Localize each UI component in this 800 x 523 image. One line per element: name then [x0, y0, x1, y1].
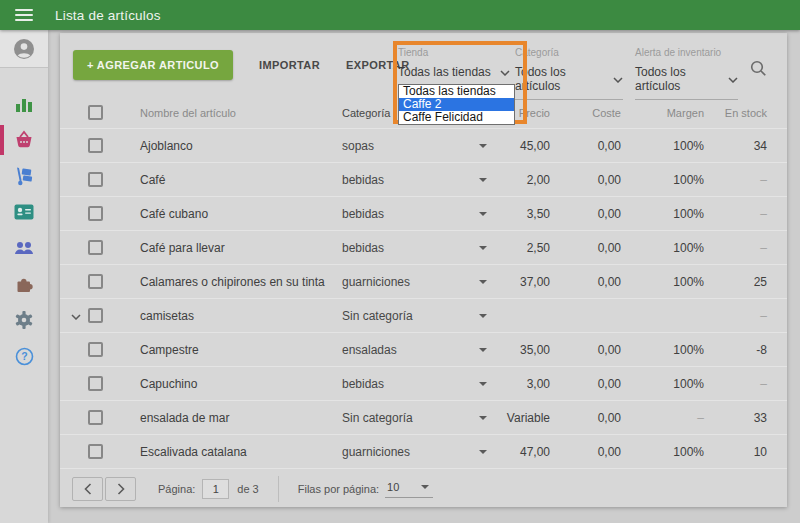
people-icon [14, 240, 34, 256]
row-checkbox[interactable] [88, 376, 103, 391]
category-filter[interactable]: Categoría Todos los artículos [515, 48, 623, 100]
inventory-alert-filter-value: Todos los artículos [635, 65, 728, 93]
rows-per-page-select[interactable]: 10 [385, 481, 433, 498]
table-row: Escalivada catalana guarniciones 47,00 0… [60, 435, 787, 469]
article-price: 2,50 [500, 241, 550, 255]
article-margin: 100% [621, 207, 704, 221]
menu-icon[interactable] [15, 9, 33, 21]
help-icon: ? [15, 347, 34, 366]
sidebar-item-employees[interactable] [0, 194, 48, 230]
sidebar-item-reports[interactable] [0, 86, 48, 122]
category-caret-icon[interactable] [479, 416, 487, 420]
row-checkbox[interactable] [88, 172, 103, 187]
category-caret-icon[interactable] [479, 212, 487, 216]
sidebar-item-help[interactable]: ? [0, 338, 48, 374]
article-name[interactable]: Café para llevar [124, 241, 342, 255]
page-label: Página: [158, 483, 195, 495]
store-filter[interactable]: Tienda Todas las tiendas [398, 48, 510, 86]
article-name[interactable]: Campestre [124, 343, 342, 357]
article-name[interactable]: ensalada de mar [124, 411, 342, 425]
rows-per-page-value: 10 [387, 481, 399, 493]
row-checkbox[interactable] [88, 240, 103, 255]
article-margin: 100% [621, 343, 704, 357]
article-cost: 0,00 [550, 275, 621, 289]
store-filter-label: Tienda [398, 48, 510, 58]
divider [278, 476, 279, 502]
basket-icon [14, 130, 34, 150]
article-category: ensaladas [342, 343, 470, 357]
article-stock: – [704, 377, 767, 391]
rows-per-page-label: Filas por página: [298, 483, 379, 495]
sidebar-account[interactable] [0, 30, 48, 68]
category-caret-icon[interactable] [479, 314, 487, 318]
article-name[interactable]: Calamares o chipirones en su tinta [124, 275, 342, 289]
category-caret-icon[interactable] [479, 348, 487, 352]
articles-table: Nombre del artículo Categoría Precio Cos… [60, 97, 787, 469]
category-caret-icon[interactable] [479, 246, 487, 250]
article-margin: 100% [621, 241, 704, 255]
select-all-checkbox[interactable] [88, 105, 103, 120]
row-checkbox[interactable] [88, 206, 103, 221]
article-category: Sin categoría [342, 411, 470, 425]
article-margin: 100% [621, 377, 704, 391]
article-cost: 0,00 [550, 411, 621, 425]
chevron-down-icon [613, 72, 623, 86]
category-caret-icon[interactable] [479, 178, 487, 182]
article-price: Variable [500, 411, 550, 425]
table-row: Ajoblanco sopas 45,00 0,00 100% 34 [60, 129, 787, 163]
inventory-alert-filter[interactable]: Alerta de inventario Todos los artículos [635, 48, 738, 100]
article-name[interactable]: Escalivada catalana [124, 445, 342, 459]
article-category: bebidas [342, 207, 470, 221]
toolbar: + AGREGAR ARTICULO IMPORTAR EXPORTAR Tie… [60, 33, 787, 97]
row-checkbox[interactable] [88, 444, 103, 459]
sidebar-item-customers[interactable] [0, 230, 48, 266]
inventory-alert-filter-label: Alerta de inventario [635, 48, 738, 58]
sidebar-item-settings[interactable] [0, 302, 48, 338]
sidebar-item-inventory[interactable] [0, 158, 48, 194]
search-icon[interactable] [750, 60, 767, 81]
row-checkbox[interactable] [88, 274, 103, 289]
article-category: bebidas [342, 173, 470, 187]
sidebar-item-apps[interactable] [0, 266, 48, 302]
page-number-input[interactable] [202, 479, 229, 499]
svg-text:?: ? [21, 350, 27, 362]
category-caret-icon[interactable] [479, 382, 487, 386]
sidebar-item-items[interactable] [0, 122, 48, 158]
article-category: bebidas [342, 377, 470, 391]
article-stock: – [704, 207, 767, 221]
header-name: Nombre del artículo [124, 107, 342, 119]
table-row: camisetas Sin categoría – [60, 299, 787, 333]
category-caret-icon[interactable] [479, 280, 487, 284]
article-name[interactable]: camisetas [124, 309, 342, 323]
article-name[interactable]: Ajoblanco [124, 139, 342, 153]
expand-chevron-icon[interactable] [71, 309, 81, 323]
row-checkbox[interactable] [88, 138, 103, 153]
table-row: Calamares o chipirones en su tinta guarn… [60, 265, 787, 299]
table-row: Café cubano bebidas 3,50 0,00 100% – [60, 197, 787, 231]
article-stock: – [704, 241, 767, 255]
category-caret-icon[interactable] [479, 144, 487, 148]
row-checkbox[interactable] [88, 410, 103, 425]
article-price: 35,00 [500, 343, 550, 357]
article-margin: 100% [621, 173, 704, 187]
row-checkbox[interactable] [88, 342, 103, 357]
badge-card-icon [14, 204, 34, 220]
header-cost: Coste [550, 107, 621, 119]
import-button[interactable]: IMPORTAR [259, 59, 320, 71]
article-name[interactable]: Café [124, 173, 342, 187]
previous-page-button[interactable] [72, 477, 103, 501]
article-cost: 0,00 [550, 445, 621, 459]
table-row: Café bebidas 2,00 0,00 100% – [60, 163, 787, 197]
next-page-button[interactable] [105, 477, 136, 501]
bar-chart-icon [15, 95, 33, 113]
puzzle-icon [15, 275, 34, 294]
article-category: sopas [342, 139, 470, 153]
row-checkbox[interactable] [88, 308, 103, 323]
article-name[interactable]: Café cubano [124, 207, 342, 221]
article-name[interactable]: Capuchino [124, 377, 342, 391]
article-price: 3,00 [500, 377, 550, 391]
store-option[interactable]: Caffe Felicidad [399, 111, 514, 124]
add-article-button[interactable]: + AGREGAR ARTICULO [73, 50, 233, 80]
category-caret-icon[interactable] [479, 450, 487, 454]
caret-down-icon [421, 485, 429, 489]
